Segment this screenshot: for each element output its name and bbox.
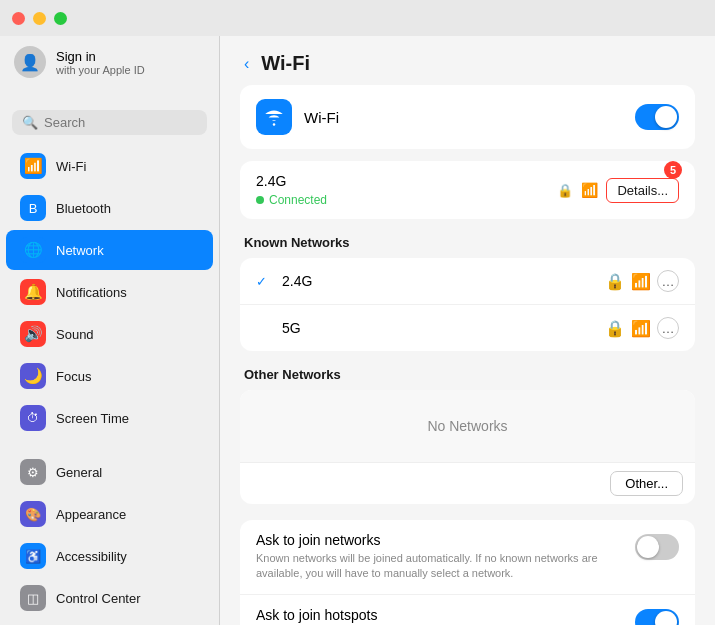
known-networks-card: ✓ 2.4G 🔒 📶 … 5G 🔒 📶 …	[240, 258, 695, 351]
sidebar-item-controlcenter[interactable]: ◫ Control Center	[6, 578, 213, 618]
sidebar-item-label: Network	[56, 243, 104, 258]
content-area: ‹ Wi-Fi Wi-Fi	[220, 36, 715, 625]
sign-in-section[interactable]: 👤 Sign in with your Apple ID	[0, 36, 219, 88]
more-button[interactable]: …	[657, 270, 679, 292]
step-badge: 5	[664, 161, 682, 179]
page-title: Wi-Fi	[261, 52, 310, 75]
wifi-signal-icon: 📶	[631, 272, 651, 291]
connected-ssid: 2.4G	[256, 173, 327, 189]
sidebar-item-sound[interactable]: 🔊 Sound	[6, 314, 213, 354]
toggle-knob	[637, 536, 659, 558]
ask-hotspots-text: Ask to join hotspots Allow this Mac to a…	[256, 607, 623, 625]
content-body: Wi-Fi 2.4G Connected 🔒 📶	[220, 85, 715, 625]
wifi-card-left: Wi-Fi	[256, 99, 339, 135]
known-networks-header: Known Networks	[240, 235, 695, 250]
connected-info: 2.4G Connected	[256, 173, 327, 207]
sidebar-item-label: General	[56, 465, 102, 480]
search-box[interactable]: 🔍	[12, 110, 207, 135]
lock-icon: 🔒	[557, 183, 573, 198]
other-btn-row: Other...	[240, 463, 695, 504]
details-button[interactable]: 5 Details...	[606, 178, 679, 203]
network-row[interactable]: 5G 🔒 📶 …	[240, 305, 695, 351]
sidebar-item-label: Focus	[56, 369, 91, 384]
ask-join-text: Ask to join networks Known networks will…	[256, 532, 623, 582]
lock-icon: 🔒	[605, 272, 625, 291]
network-name: 5G	[282, 320, 605, 336]
sidebar-item-appearance[interactable]: 🎨 Appearance	[6, 494, 213, 534]
wifi-icon: 📶	[20, 153, 46, 179]
hotspots-toggle[interactable]	[635, 609, 679, 625]
sidebar-item-label: Appearance	[56, 507, 126, 522]
sidebar-item-siri[interactable]: 🎤 Siri & Spotlight	[6, 620, 213, 625]
wifi-icon-large	[256, 99, 292, 135]
search-icon: 🔍	[22, 115, 38, 130]
sidebar-item-accessibility[interactable]: ♿ Accessibility	[6, 536, 213, 576]
controlcenter-icon: ◫	[20, 585, 46, 611]
other-networks-card: No Networks Other...	[240, 390, 695, 504]
ask-join-title: Ask to join networks	[256, 532, 623, 548]
lock-icon: 🔒	[605, 319, 625, 338]
sidebar-item-label: Control Center	[56, 591, 141, 606]
bluetooth-icon: B	[20, 195, 46, 221]
connected-status: Connected	[256, 193, 327, 207]
network-name: 2.4G	[282, 273, 605, 289]
sidebar-item-label: Bluetooth	[56, 201, 111, 216]
sidebar: 👤 Sign in with your Apple ID 🔍 📶 Wi-Fi B…	[0, 36, 220, 625]
signal-icon: 📶	[581, 182, 598, 198]
sidebar-item-screentime[interactable]: ⏱ Screen Time	[6, 398, 213, 438]
sidebar-item-network[interactable]: 🌐 Network	[6, 230, 213, 270]
signin-label: Sign in	[56, 49, 145, 64]
sidebar-item-label: Screen Time	[56, 411, 129, 426]
focus-icon: 🌙	[20, 363, 46, 389]
sidebar-item-notifications[interactable]: 🔔 Notifications	[6, 272, 213, 312]
content-header: ‹ Wi-Fi	[220, 36, 715, 85]
other-networks-header: Other Networks	[240, 367, 695, 382]
general-icon: ⚙	[20, 459, 46, 485]
screentime-icon: ⏱	[20, 405, 46, 431]
signin-sublabel: with your Apple ID	[56, 64, 145, 76]
ask-join-desc: Known networks will be joined automatica…	[256, 551, 623, 582]
sidebar-item-label: Notifications	[56, 285, 127, 300]
ask-hotspots-row: Ask to join hotspots Allow this Mac to a…	[240, 595, 695, 625]
check-icon: ✓	[256, 274, 272, 289]
sidebar-item-bluetooth[interactable]: B Bluetooth	[6, 188, 213, 228]
wifi-toggle[interactable]	[635, 104, 679, 130]
main-layout: 👤 Sign in with your Apple ID 🔍 📶 Wi-Fi B…	[0, 36, 715, 625]
no-networks-label: No Networks	[240, 390, 695, 463]
toggle-knob	[655, 106, 677, 128]
sidebar-item-focus[interactable]: 🌙 Focus	[6, 356, 213, 396]
network-icon: 🌐	[20, 237, 46, 263]
wifi-toggle-card: Wi-Fi	[240, 85, 695, 149]
close-button[interactable]	[12, 12, 25, 25]
maximize-button[interactable]	[54, 12, 67, 25]
wifi-main-label: Wi-Fi	[304, 109, 339, 126]
connected-dot	[256, 196, 264, 204]
sidebar-item-label: Accessibility	[56, 549, 127, 564]
back-button[interactable]: ‹	[244, 55, 249, 73]
search-input[interactable]	[44, 115, 197, 130]
notifications-icon: 🔔	[20, 279, 46, 305]
title-bar	[0, 0, 715, 36]
ask-hotspots-title: Ask to join hotspots	[256, 607, 623, 623]
wifi-signal-icon: 📶	[631, 319, 651, 338]
sidebar-item-wifi[interactable]: 📶 Wi-Fi	[6, 146, 213, 186]
connected-actions: 🔒 📶 5 Details...	[557, 178, 679, 203]
ask-join-toggle[interactable]	[635, 534, 679, 560]
join-settings-card: Ask to join networks Known networks will…	[240, 520, 695, 625]
accessibility-icon: ♿	[20, 543, 46, 569]
other-network-button[interactable]: Other...	[610, 471, 683, 496]
network-row[interactable]: ✓ 2.4G 🔒 📶 …	[240, 258, 695, 305]
network-icons: 🔒 📶 …	[605, 270, 679, 292]
sound-icon: 🔊	[20, 321, 46, 347]
sidebar-item-general[interactable]: ⚙ General	[6, 452, 213, 492]
avatar: 👤	[14, 46, 46, 78]
network-icons: 🔒 📶 …	[605, 317, 679, 339]
minimize-button[interactable]	[33, 12, 46, 25]
more-button[interactable]: …	[657, 317, 679, 339]
ask-join-row: Ask to join networks Known networks will…	[240, 520, 695, 595]
svg-point-0	[273, 123, 276, 126]
sidebar-item-label: Sound	[56, 327, 94, 342]
appearance-icon: 🎨	[20, 501, 46, 527]
toggle-knob	[655, 611, 677, 625]
sidebar-item-label: Wi-Fi	[56, 159, 86, 174]
